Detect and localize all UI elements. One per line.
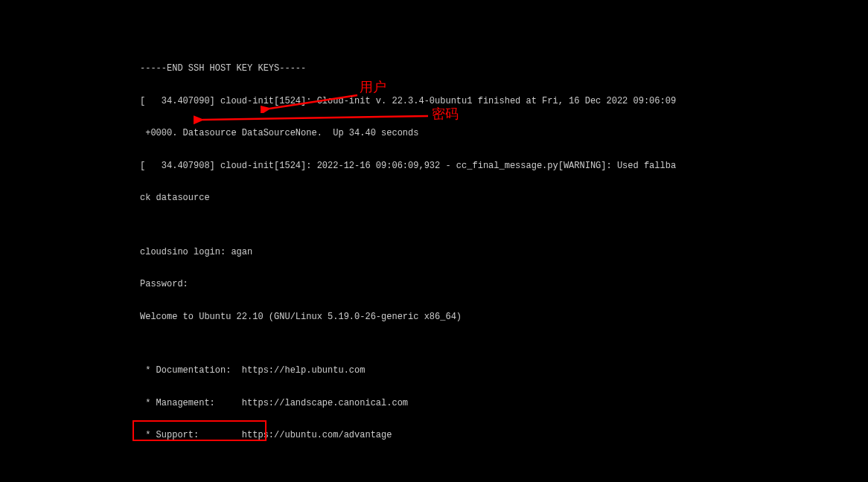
terminal-line: ck datasource [140,193,868,204]
terminal-line: -----END SSH HOST KEY KEYS----- [140,63,868,74]
terminal-line: +0000. Datasource DataSourceNone. Up 34.… [140,128,868,139]
arrow-password-icon [194,110,432,125]
management-line: * Management: https://landscape.canonica… [140,398,868,409]
svg-line-3 [202,116,428,120]
terminal-line: [ 34.407090] cloud-init[1524]: Cloud-ini… [140,96,868,107]
password-prompt-line: Password: [140,279,868,290]
prompt-highlight-box [133,420,267,441]
terminal-line: [ 34.407908] cloud-init[1524]: 2022-12-1… [140,161,868,172]
annotation-password-label: 密码 [432,109,459,120]
terminal-window[interactable]: -----END SSH HOST KEY KEYS----- [ 34.407… [0,0,868,482]
annotation-user-label: 用户 [360,82,386,93]
login-prompt-line: cloudsino login: agan [140,247,868,258]
documentation-line: * Documentation: https://help.ubuntu.com [140,365,868,376]
welcome-line: Welcome to Ubuntu 22.10 (GNU/Linux 5.19.… [140,312,868,323]
